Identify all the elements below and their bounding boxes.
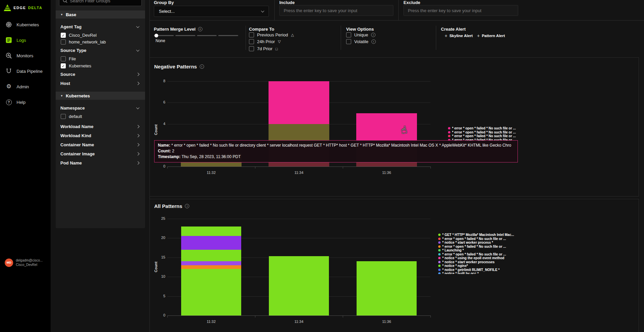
x-tick-mark <box>255 167 255 169</box>
info-icon[interactable]: i <box>371 39 376 44</box>
info-icon[interactable]: i <box>185 204 189 208</box>
filter-group-workload-name[interactable]: Workload Name <box>56 122 145 131</box>
legend-dot-icon <box>438 265 441 267</box>
legend-label: * notice * built by gcc * <box>442 272 479 274</box>
filter-group-pod-name[interactable]: Pod Name <box>56 158 145 167</box>
checkbox-unchecked[interactable] <box>346 39 351 44</box>
info-icon[interactable]: i <box>371 33 375 37</box>
sidebar-item-admin[interactable]: ⚙ Admin <box>0 79 51 94</box>
checkbox-unchecked[interactable] <box>249 39 254 44</box>
bar-segment[interactable] <box>269 81 329 124</box>
gear-icon: ⚙ <box>5 83 12 90</box>
bar-segment[interactable] <box>357 261 417 315</box>
sidebar-item-logs[interactable]: Logs <box>0 32 51 48</box>
edge-delta-app: EDGE DELTA Kubernetes <box>0 0 644 332</box>
bar-segment[interactable] <box>181 269 241 315</box>
legend-item[interactable]: * error * open * failed * No such file o… <box>438 237 527 241</box>
pattern-alert-button[interactable]: + Pattern Alert <box>477 33 505 38</box>
legend-dot-icon <box>438 241 441 244</box>
sidebar-item-help[interactable]: ? Help <box>0 94 51 110</box>
legend-item[interactable]: * notice * start worker process * <box>438 241 527 245</box>
bar-segment[interactable] <box>181 227 241 236</box>
compare-option-previous-period[interactable]: Previous Period △ <box>249 32 294 38</box>
negative-patterns-panel: Negative Patterns i Count 0246811:3211:3… <box>149 57 639 197</box>
checkbox-unchecked[interactable] <box>249 46 254 51</box>
legend-item[interactable]: * notice * built by gcc * <box>438 272 527 274</box>
legend-item[interactable]: * notice * getrlimit RLIMIT_NOFILE * <box>438 268 527 272</box>
info-icon[interactable]: i <box>200 64 204 69</box>
filter-option-cisco-devrel[interactable]: ✓ Cisco_DevRel <box>56 32 145 38</box>
y-tick-label: 25 <box>158 216 165 220</box>
sidebar-item-kubernetes[interactable]: Kubernetes <box>0 17 51 32</box>
sidebar-item-data-pipeline[interactable]: Data Pipeline <box>0 63 51 79</box>
tooltip-timestamp: Thu Sep, 28 2023, 11:36:00 PDT <box>181 154 241 159</box>
filter-group-agent-tag[interactable]: Agent Tag <box>56 22 145 31</box>
legend-item[interactable]: * notice * start worker processes <box>438 260 527 264</box>
legend-item[interactable]: * notice * using the epoll event method <box>438 256 527 260</box>
filter-option-default[interactable]: default <box>56 113 145 120</box>
create-alert-label: Create Alert <box>441 27 466 32</box>
logo-text-delta: DELTA <box>28 6 43 10</box>
compare-to-label: Compare To <box>249 27 274 32</box>
checkbox-unchecked[interactable] <box>61 39 66 44</box>
group-by-value: Select... <box>159 9 175 14</box>
compare-option-24h-prior[interactable]: 24h Prior ▽ <box>249 39 281 44</box>
group-by-select[interactable]: Select... <box>154 6 269 17</box>
panel-title: All Patterns <box>154 203 182 209</box>
legend-dot-icon <box>438 253 441 255</box>
checkbox-unchecked[interactable] <box>249 32 254 37</box>
bar-segment[interactable] <box>181 236 241 250</box>
legend-item[interactable]: * notice * nginx* <box>438 264 527 268</box>
filter-option-kubernetes[interactable]: ✓ Kubernetes <box>56 62 145 69</box>
section-kubernetes[interactable]: ▼ Kubernetes <box>56 92 145 100</box>
search-filter-groups[interactable] <box>59 0 142 6</box>
include-input[interactable] <box>279 5 393 16</box>
info-icon[interactable]: i <box>198 27 202 31</box>
checkbox-unchecked[interactable] <box>61 56 66 61</box>
filter-group-namespace[interactable]: Namespace <box>56 103 145 112</box>
legend-item[interactable]: * GET * HTTP* Mozilla* Macintosh Intel M… <box>438 233 527 237</box>
tooltip-count: 2 <box>172 149 174 153</box>
view-option-unique[interactable]: Unique i <box>346 32 375 38</box>
legend-item[interactable]: * error * open * failed * No such file o… <box>448 130 532 134</box>
legend-item[interactable]: * error * open * failed * No such file o… <box>448 134 532 138</box>
filter-group-source[interactable]: Source <box>56 70 145 79</box>
filter-option-home-network-lab[interactable]: home_network_lab <box>56 38 145 45</box>
bar-segment[interactable] <box>181 250 241 261</box>
checkbox-unchecked[interactable] <box>61 114 66 119</box>
view-option-volatile[interactable]: Volatile i <box>346 39 376 44</box>
legend-item[interactable]: * Launching * <box>438 248 527 252</box>
legend-item[interactable]: * error * open * failed * No such file o… <box>438 245 527 249</box>
filter-group-container-image[interactable]: Container Image <box>56 149 145 158</box>
sidebar-item-monitors[interactable]: Monitors <box>0 48 51 63</box>
section-base[interactable]: ▼ Base <box>56 10 145 19</box>
filter-group-source-type[interactable]: Source Type <box>56 46 145 55</box>
skyline-alert-button[interactable]: + Skyline Alert <box>445 33 473 38</box>
exclude-input[interactable] <box>403 5 518 16</box>
x-tick-mark <box>167 167 168 169</box>
search-input[interactable] <box>70 0 138 3</box>
bar-segment[interactable] <box>181 265 241 269</box>
slider-handle[interactable] <box>155 34 158 37</box>
bar-segment[interactable] <box>269 256 329 315</box>
user-account[interactable]: MD delgadm@cisco... Cisco_DevRel <box>5 258 43 267</box>
y-axis-label: Count <box>154 262 158 272</box>
bar-segment[interactable] <box>181 261 241 265</box>
logs-icon <box>5 37 12 43</box>
filter-group-container-name[interactable]: Container Name <box>56 140 145 149</box>
filter-group-label: Namespace <box>60 105 85 111</box>
checkbox-unchecked[interactable] <box>346 32 351 37</box>
compare-option-7d-prior[interactable]: 7d Prior □ <box>249 46 278 52</box>
legend-dot-icon <box>438 272 441 274</box>
pattern-merge-slider[interactable] <box>154 34 238 37</box>
filter-group-host[interactable]: Host <box>56 79 145 88</box>
filter-group-label: Container Image <box>60 151 95 156</box>
legend-item[interactable]: * error * open * failed * No such file o… <box>438 252 527 256</box>
edge-delta-logo[interactable]: EDGE DELTA <box>0 0 51 15</box>
filter-option-file[interactable]: File <box>56 55 145 62</box>
filter-group-workload-kind[interactable]: Workload Kind <box>56 131 145 140</box>
checkbox-checked[interactable]: ✓ <box>61 33 66 38</box>
pattern-merge-level-label: Pattern Merge Level i <box>154 27 202 32</box>
checkbox-checked[interactable]: ✓ <box>61 63 66 68</box>
legend-item[interactable]: * error * open * failed * No such file o… <box>448 126 532 130</box>
